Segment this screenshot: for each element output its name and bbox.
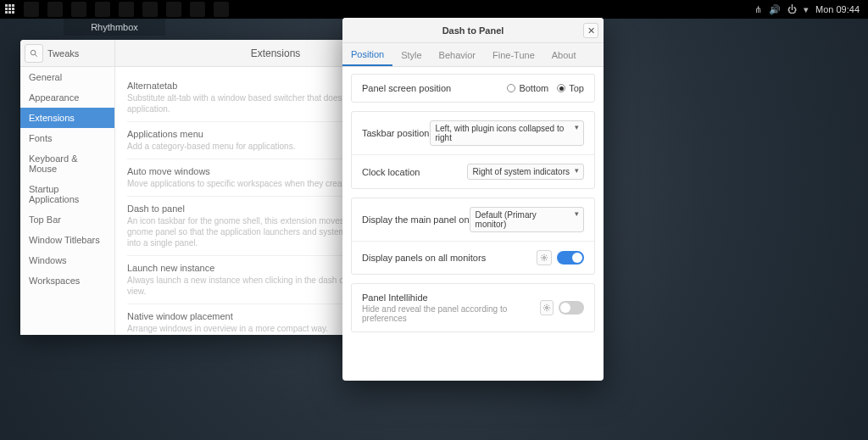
power-icon: ⏻ <box>787 4 797 14</box>
dtp-header: Dash to Panel ✕ <box>342 18 604 43</box>
taskbar-icons <box>24 2 229 17</box>
svg-line-16 <box>544 305 545 306</box>
intellihide-settings[interactable] <box>540 300 554 315</box>
svg-line-18 <box>544 309 545 310</box>
app-icon-6[interactable] <box>142 2 158 17</box>
activities-icon[interactable] <box>5 4 15 14</box>
panel-screen-position-label: Panel screen position <box>362 83 451 93</box>
svg-point-0 <box>31 50 36 55</box>
app-icon-2[interactable] <box>47 2 63 17</box>
sidebar-item-workspaces[interactable]: Workspaces <box>20 270 114 291</box>
app-icon-5[interactable] <box>119 2 134 17</box>
app-icon-8[interactable] <box>190 2 205 17</box>
display-main-panel-combo[interactable]: Default (Primary monitor) <box>470 207 584 232</box>
network-icon: ⋔ <box>754 4 762 15</box>
intellihide-desc: Hide and reveal the panel according to p… <box>362 304 540 323</box>
search-button[interactable] <box>25 44 43 63</box>
sidebar-item-window-titlebars[interactable]: Window Titlebars <box>20 230 114 250</box>
radio-top[interactable]: Top <box>557 83 584 93</box>
taskbar-position-label: Taskbar position <box>362 128 430 138</box>
taskbar-position-combo[interactable]: Left, with plugin icons collapsed to rig… <box>430 120 585 146</box>
radio-bottom-label: Bottom <box>519 83 548 93</box>
tab-style[interactable]: Style <box>392 43 430 66</box>
sidebar-item-top-bar[interactable]: Top Bar <box>20 209 114 230</box>
sidebar-item-general[interactable]: General <box>20 67 114 87</box>
app-icon-9[interactable] <box>214 2 229 17</box>
tab-behavior[interactable]: Behavior <box>431 43 484 66</box>
svg-line-17 <box>548 309 549 310</box>
sidebar-item-windows[interactable]: Windows <box>20 250 114 270</box>
svg-line-9 <box>542 259 542 260</box>
dtp-tabs: PositionStyleBehaviorFine-TuneAbout <box>342 43 604 67</box>
clock-location-combo[interactable]: Right of system indicators <box>467 164 585 180</box>
svg-line-7 <box>542 255 542 256</box>
intellihide-switch[interactable] <box>559 301 584 315</box>
display-all-monitors-settings[interactable] <box>537 250 552 265</box>
chevron-down-icon: ▾ <box>804 4 809 15</box>
clock-label: Mon 09:44 <box>815 4 860 14</box>
close-button[interactable]: ✕ <box>583 23 598 38</box>
tab-fine-tune[interactable]: Fine-Tune <box>484 43 543 66</box>
radio-top-label: Top <box>569 83 584 93</box>
dtp-title: Dash to Panel <box>342 25 604 36</box>
sidebar-item-appearance[interactable]: Appearance <box>20 87 114 108</box>
tab-position[interactable]: Position <box>342 43 392 66</box>
display-all-monitors-label: Display panels on all monitors <box>362 253 486 263</box>
svg-line-1 <box>35 54 37 57</box>
sidebar-item-startup-applications[interactable]: Startup Applications <box>20 179 114 209</box>
search-icon <box>30 49 38 58</box>
top-bar: ⋔ 🔊 ⏻ ▾ Mon 09:44 <box>0 0 868 19</box>
tab-about[interactable]: About <box>543 43 585 66</box>
svg-line-8 <box>546 259 547 260</box>
svg-line-19 <box>548 305 549 306</box>
system-tray[interactable]: ⋔ 🔊 ⏻ ▾ Mon 09:44 <box>754 4 868 15</box>
app-icon-4[interactable] <box>95 2 110 17</box>
gear-icon <box>540 253 548 262</box>
radio-bottom[interactable]: Bottom <box>507 83 548 93</box>
app-icon-1[interactable] <box>24 2 39 17</box>
volume-icon: 🔊 <box>769 4 781 15</box>
sidebar-item-keyboard-mouse[interactable]: Keyboard & Mouse <box>20 148 114 179</box>
tweaks-sidebar: GeneralAppearanceExtensionsFontsKeyboard… <box>20 67 115 335</box>
intellihide-title: Panel Intellihide <box>362 292 540 303</box>
svg-point-2 <box>543 257 546 259</box>
svg-point-11 <box>546 307 548 309</box>
sidebar-item-fonts[interactable]: Fonts <box>20 128 114 148</box>
dash-to-panel-window: Dash to Panel ✕ PositionStyleBehaviorFin… <box>342 18 604 381</box>
clock-location-label: Clock location <box>362 167 420 177</box>
app-icon-3[interactable] <box>71 2 86 17</box>
running-app-tab[interactable]: Rhythmbox <box>64 19 165 36</box>
close-icon: ✕ <box>587 25 595 36</box>
app-icon-7[interactable] <box>166 2 181 17</box>
gear-icon <box>542 304 551 312</box>
svg-line-10 <box>546 255 547 256</box>
sidebar-item-extensions[interactable]: Extensions <box>20 108 114 128</box>
tweaks-title: Tweaks <box>47 40 114 67</box>
display-all-monitors-switch[interactable] <box>557 251 584 265</box>
display-main-panel-label: Display the main panel on <box>362 214 470 225</box>
